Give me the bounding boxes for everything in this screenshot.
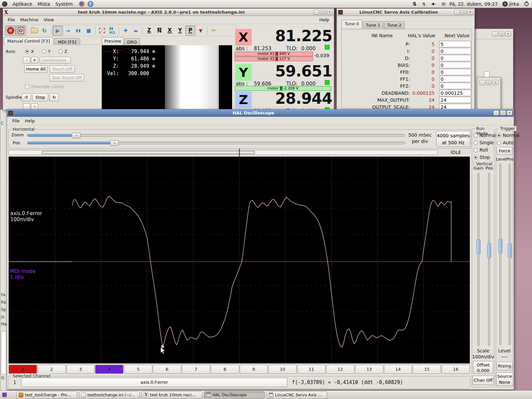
- taskbar-item-4[interactable]: HAL Oscilloscope: [204, 391, 265, 399]
- channel-button-3[interactable]: 3: [66, 365, 95, 374]
- axis-radio-x[interactable]: X: [25, 49, 34, 54]
- view-y-button[interactable]: Y: [175, 26, 185, 36]
- panel-clock[interactable]: Pá, 22. duben, 09:27: [450, 1, 498, 7]
- channel-button-8[interactable]: 8: [211, 365, 239, 374]
- calib-next-value-input[interactable]: [439, 62, 471, 68]
- maximize-button[interactable]: □: [500, 110, 506, 115]
- offset-button[interactable]: Offset0.000: [473, 361, 493, 374]
- vpos-slider-track[interactable]: [488, 173, 490, 346]
- source-button[interactable]: SourceNone: [496, 372, 513, 386]
- gain-slider-handle[interactable]: [476, 239, 480, 254]
- view-n-button[interactable]: N: [154, 26, 165, 36]
- menu-machine[interactable]: Machine: [18, 17, 41, 23]
- shutdown-icon[interactable]: [524, 2, 529, 6]
- scope-menu-help[interactable]: Help: [22, 118, 38, 124]
- vpos-slider-handle[interactable]: [487, 243, 491, 258]
- preview-pane[interactable]: X: 79.944 ⊕ Y: 61.486 ⊕ Z: 28.949 ⊕Vel: …: [102, 45, 232, 110]
- trigger-radio-normal[interactable]: Normal: [497, 132, 520, 139]
- channel-button-10[interactable]: 10: [268, 365, 297, 374]
- trigger-position-marker[interactable]: [239, 149, 240, 157]
- override-slider-fragment[interactable]: [1, 331, 6, 374]
- view-x-button[interactable]: X: [165, 26, 175, 36]
- panel-menu-aplikace[interactable]: Aplikace: [10, 1, 35, 7]
- close-button[interactable]: ✕: [507, 110, 512, 115]
- maximize-button[interactable]: □: [499, 32, 504, 37]
- jog-plus-button[interactable]: +: [31, 57, 38, 64]
- panel-menu-místa[interactable]: Místa: [35, 1, 53, 7]
- calib-next-value-input[interactable]: [439, 48, 471, 54]
- pause-button[interactable]: ▮▮: [73, 26, 83, 36]
- force-button[interactable]: Force: [497, 147, 512, 155]
- samples-button[interactable]: 4000 samplesat 500 Hz: [436, 131, 470, 147]
- background-window-fragment-2[interactable]: – □ ✕: [477, 77, 501, 110]
- tpos-slider-handle[interactable]: [508, 243, 512, 258]
- taskbar-item-5[interactable]: LinuxCNC Servo Axis ...: [267, 391, 327, 399]
- tab-mdi[interactable]: MDI [F5]: [54, 38, 80, 45]
- estop-button[interactable]: ✕: [5, 26, 16, 36]
- show-desktop-icon[interactable]: [2, 392, 7, 398]
- tab-tune-2[interactable]: Tune 2: [384, 21, 405, 29]
- network-updown-icon[interactable]: ⇅: [412, 1, 417, 7]
- skip-lines-button[interactable]: ⁄: [97, 26, 107, 36]
- close-button[interactable]: ✕: [327, 10, 332, 15]
- axis-radio-z[interactable]: Z: [59, 49, 67, 54]
- clear-plot-button[interactable]: ✎: [209, 26, 219, 36]
- rotate-view-button[interactable]: ▼: [196, 26, 206, 36]
- help-icon[interactable]: ?: [87, 1, 93, 7]
- power-button[interactable]: O: [16, 26, 26, 36]
- view-p-button[interactable]: P: [185, 26, 196, 36]
- power-status-icon[interactable]: ↯: [422, 1, 426, 7]
- close-button[interactable]: ✕: [467, 10, 473, 15]
- close-button[interactable]: ✕: [505, 32, 511, 37]
- selected-channel-name-button[interactable]: axis.0.f-error: [21, 378, 287, 387]
- channel-button-13[interactable]: 13: [355, 365, 383, 374]
- calib-next-value-input[interactable]: [439, 90, 471, 96]
- run-button[interactable]: ▶: [53, 26, 63, 36]
- minimize-button[interactable]: –: [454, 10, 460, 15]
- level-slider-track[interactable]: [499, 164, 501, 345]
- jog-minus-button[interactable]: -: [23, 57, 30, 64]
- menu-file[interactable]: File: [5, 17, 18, 23]
- spindle-stop-button[interactable]: Stop: [32, 93, 48, 101]
- reload-button[interactable]: ↻: [39, 26, 50, 36]
- optional-pause-button[interactable]: ▮▮M1: [107, 26, 117, 36]
- firefox-icon[interactable]: [79, 1, 85, 7]
- channel-button-15[interactable]: 15: [413, 365, 441, 374]
- mail-icon[interactable]: ✉: [442, 1, 446, 7]
- tool-touch-off-button[interactable]: Tool Touch Off: [50, 74, 84, 81]
- pos-slider-handle[interactable]: [110, 140, 119, 146]
- touch-off-button[interactable]: Touch Off: [50, 66, 75, 73]
- calib-next-value-input[interactable]: [439, 55, 471, 61]
- channel-button-4[interactable]: 4: [95, 365, 123, 374]
- run-mode-radio-stop[interactable]: Stop: [473, 154, 496, 161]
- maximize-button[interactable]: □: [320, 10, 326, 15]
- panel-menu-systém[interactable]: Systém: [53, 1, 75, 7]
- taskbar-item-2[interactable]: testtoolchange.ini (~/...: [79, 391, 140, 399]
- stop-button[interactable]: ■: [83, 26, 94, 36]
- calib-next-value-input[interactable]: [439, 97, 471, 103]
- scope-screen[interactable]: axis.0.f-error100m/div MDI-mode1 /div: [9, 157, 470, 363]
- minimize-button[interactable]: –: [314, 10, 319, 15]
- axis-radio-y[interactable]: Y: [42, 49, 51, 54]
- step-button[interactable]: ➔: [63, 26, 73, 36]
- open-button[interactable]: [29, 26, 39, 36]
- channel-button-14[interactable]: 14: [384, 365, 412, 374]
- spindle-ccw-button[interactable]: ↺: [22, 93, 31, 101]
- session-user-icon[interactable]: ✕: [502, 1, 508, 7]
- session-user-name[interactable]: jirka: [509, 1, 519, 7]
- calib-next-value-input[interactable]: [439, 76, 471, 82]
- channel-button-6[interactable]: 6: [153, 365, 181, 374]
- zoom-slider-handle[interactable]: [72, 133, 80, 138]
- chan-off-button[interactable]: Chan Off: [472, 376, 494, 385]
- channel-button-2[interactable]: 2: [38, 365, 66, 374]
- tab-manual-control[interactable]: Manual Control [F3]: [4, 37, 54, 45]
- scope-titlebar[interactable]: HAL Oscilloscope – □ ✕: [7, 109, 514, 117]
- minimize-button[interactable]: –: [493, 110, 499, 115]
- channel-button-16[interactable]: 16: [442, 365, 470, 374]
- level-slider-handle[interactable]: [498, 239, 502, 253]
- taskbar-item-1[interactable]: test_toolchange - Pro...: [17, 391, 77, 399]
- run-mode-radio-normal[interactable]: Normal: [473, 132, 496, 139]
- channel-button-1[interactable]: 1: [9, 365, 37, 374]
- zoom-slider-track[interactable]: [27, 134, 405, 137]
- menu-help[interactable]: Help: [317, 17, 332, 23]
